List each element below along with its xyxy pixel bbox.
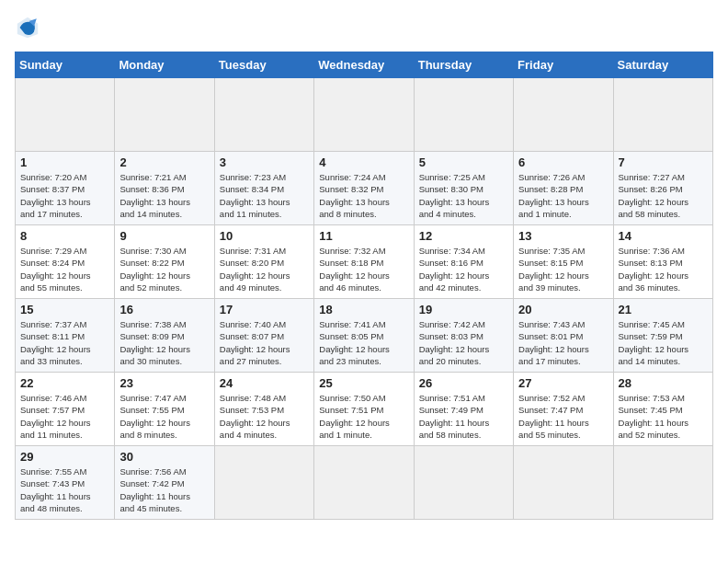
calendar-cell: 8Sunrise: 7:29 AM Sunset: 8:24 PM Daylig…: [16, 225, 115, 299]
day-info: Sunrise: 7:38 AM Sunset: 8:09 PM Dayligh…: [119, 318, 209, 367]
day-number: 15: [20, 303, 109, 316]
column-header-wednesday: Wednesday: [314, 52, 414, 78]
day-info: Sunrise: 7:27 AM Sunset: 8:26 PM Dayligh…: [619, 171, 708, 220]
calendar-cell: [314, 78, 414, 152]
calendar-cell: [314, 446, 414, 520]
calendar-cell: 7Sunrise: 7:27 AM Sunset: 8:26 PM Daylig…: [613, 152, 712, 225]
calendar-cell: 4Sunrise: 7:24 AM Sunset: 8:32 PM Daylig…: [314, 152, 414, 225]
day-number: 5: [419, 155, 508, 169]
calendar-cell: 3Sunrise: 7:23 AM Sunset: 8:34 PM Daylig…: [214, 152, 313, 225]
column-header-sunday: Sunday: [16, 52, 115, 78]
calendar-cell: [214, 446, 313, 520]
day-info: Sunrise: 7:50 AM Sunset: 7:51 PM Dayligh…: [319, 392, 408, 441]
day-info: Sunrise: 7:47 AM Sunset: 7:55 PM Dayligh…: [119, 392, 209, 441]
calendar-cell: 14Sunrise: 7:36 AM Sunset: 8:13 PM Dayli…: [613, 225, 712, 299]
calendar-cell: 16Sunrise: 7:38 AM Sunset: 8:09 PM Dayli…: [115, 299, 214, 373]
calendar-week-row: 22Sunrise: 7:46 AM Sunset: 7:57 PM Dayli…: [16, 373, 713, 446]
day-info: Sunrise: 7:21 AM Sunset: 8:36 PM Dayligh…: [119, 171, 209, 220]
calendar-cell: [414, 78, 513, 152]
day-number: 4: [319, 155, 408, 169]
calendar-table: SundayMondayTuesdayWednesdayThursdayFrid…: [15, 52, 713, 520]
day-info: Sunrise: 7:55 AM Sunset: 7:43 PM Dayligh…: [20, 465, 109, 514]
day-number: 23: [119, 376, 209, 390]
day-number: 24: [220, 376, 309, 390]
calendar-cell: 24Sunrise: 7:48 AM Sunset: 7:53 PM Dayli…: [214, 373, 313, 446]
day-info: Sunrise: 7:36 AM Sunset: 8:13 PM Dayligh…: [619, 245, 708, 293]
calendar-cell: [514, 446, 613, 520]
calendar-cell: [115, 78, 214, 152]
calendar-cell: 19Sunrise: 7:42 AM Sunset: 8:03 PM Dayli…: [414, 299, 513, 373]
day-number: 11: [319, 229, 408, 243]
day-number: 9: [119, 229, 209, 243]
calendar-cell: 30Sunrise: 7:56 AM Sunset: 7:42 PM Dayli…: [115, 446, 214, 520]
day-number: 12: [419, 229, 508, 243]
calendar-week-row: 1Sunrise: 7:20 AM Sunset: 8:37 PM Daylig…: [16, 152, 713, 225]
calendar-week-row: 15Sunrise: 7:37 AM Sunset: 8:11 PM Dayli…: [16, 299, 713, 373]
day-number: 1: [20, 155, 109, 169]
calendar-cell: 1Sunrise: 7:20 AM Sunset: 8:37 PM Daylig…: [16, 152, 115, 225]
day-number: 10: [220, 229, 309, 243]
calendar-cell: 17Sunrise: 7:40 AM Sunset: 8:07 PM Dayli…: [214, 299, 313, 373]
day-info: Sunrise: 7:24 AM Sunset: 8:32 PM Dayligh…: [319, 171, 408, 220]
day-info: Sunrise: 7:25 AM Sunset: 8:30 PM Dayligh…: [419, 171, 508, 220]
day-number: 18: [319, 303, 408, 316]
calendar-cell: 2Sunrise: 7:21 AM Sunset: 8:36 PM Daylig…: [115, 152, 214, 225]
calendar-cell: [613, 78, 712, 152]
calendar-cell: 22Sunrise: 7:46 AM Sunset: 7:57 PM Dayli…: [16, 373, 115, 446]
calendar-cell: 29Sunrise: 7:55 AM Sunset: 7:43 PM Dayli…: [16, 446, 115, 520]
column-header-saturday: Saturday: [613, 52, 712, 78]
page-header: [15, 15, 713, 40]
calendar-cell: 26Sunrise: 7:51 AM Sunset: 7:49 PM Dayli…: [414, 373, 513, 446]
day-number: 14: [619, 229, 708, 243]
day-info: Sunrise: 7:32 AM Sunset: 8:18 PM Dayligh…: [319, 245, 408, 293]
column-header-tuesday: Tuesday: [214, 52, 313, 78]
day-info: Sunrise: 7:30 AM Sunset: 8:22 PM Dayligh…: [119, 245, 209, 293]
calendar-cell: 23Sunrise: 7:47 AM Sunset: 7:55 PM Dayli…: [115, 373, 214, 446]
calendar-header-row: SundayMondayTuesdayWednesdayThursdayFrid…: [16, 52, 713, 78]
day-info: Sunrise: 7:37 AM Sunset: 8:11 PM Dayligh…: [20, 318, 109, 367]
calendar-cell: 28Sunrise: 7:53 AM Sunset: 7:45 PM Dayli…: [613, 373, 712, 446]
day-number: 6: [518, 155, 608, 169]
calendar-cell: 27Sunrise: 7:52 AM Sunset: 7:47 PM Dayli…: [514, 373, 613, 446]
calendar-cell: 18Sunrise: 7:41 AM Sunset: 8:05 PM Dayli…: [314, 299, 414, 373]
day-info: Sunrise: 7:43 AM Sunset: 8:01 PM Dayligh…: [518, 318, 608, 367]
day-info: Sunrise: 7:35 AM Sunset: 8:15 PM Dayligh…: [518, 245, 608, 293]
calendar-week-row: 8Sunrise: 7:29 AM Sunset: 8:24 PM Daylig…: [16, 225, 713, 299]
calendar-cell: [613, 446, 712, 520]
calendar-week-row: [16, 78, 713, 152]
day-number: 3: [220, 155, 309, 169]
day-info: Sunrise: 7:45 AM Sunset: 7:59 PM Dayligh…: [619, 318, 708, 367]
calendar-cell: 10Sunrise: 7:31 AM Sunset: 8:20 PM Dayli…: [214, 225, 313, 299]
day-info: Sunrise: 7:41 AM Sunset: 8:05 PM Dayligh…: [319, 318, 408, 367]
day-info: Sunrise: 7:29 AM Sunset: 8:24 PM Dayligh…: [20, 245, 109, 293]
day-info: Sunrise: 7:40 AM Sunset: 8:07 PM Dayligh…: [220, 318, 309, 367]
day-number: 8: [20, 229, 109, 243]
logo-icon: [15, 15, 40, 40]
calendar-cell: 13Sunrise: 7:35 AM Sunset: 8:15 PM Dayli…: [514, 225, 613, 299]
calendar-cell: 12Sunrise: 7:34 AM Sunset: 8:16 PM Dayli…: [414, 225, 513, 299]
day-info: Sunrise: 7:31 AM Sunset: 8:20 PM Dayligh…: [220, 245, 309, 293]
day-info: Sunrise: 7:51 AM Sunset: 7:49 PM Dayligh…: [419, 392, 508, 441]
day-number: 22: [20, 376, 109, 390]
day-number: 17: [220, 303, 309, 316]
day-number: 29: [20, 450, 109, 464]
day-number: 2: [119, 155, 209, 169]
calendar-week-row: 29Sunrise: 7:55 AM Sunset: 7:43 PM Dayli…: [16, 446, 713, 520]
day-number: 26: [419, 376, 508, 390]
column-header-monday: Monday: [115, 52, 214, 78]
day-number: 27: [518, 376, 608, 390]
calendar-cell: 25Sunrise: 7:50 AM Sunset: 7:51 PM Dayli…: [314, 373, 414, 446]
day-info: Sunrise: 7:20 AM Sunset: 8:37 PM Dayligh…: [20, 171, 109, 220]
day-info: Sunrise: 7:34 AM Sunset: 8:16 PM Dayligh…: [419, 245, 508, 293]
calendar-cell: [214, 78, 313, 152]
calendar-cell: 20Sunrise: 7:43 AM Sunset: 8:01 PM Dayli…: [514, 299, 613, 373]
calendar-cell: [414, 446, 513, 520]
day-info: Sunrise: 7:52 AM Sunset: 7:47 PM Dayligh…: [518, 392, 608, 441]
day-number: 13: [518, 229, 608, 243]
calendar-cell: 21Sunrise: 7:45 AM Sunset: 7:59 PM Dayli…: [613, 299, 712, 373]
calendar-cell: [16, 78, 115, 152]
calendar-cell: 9Sunrise: 7:30 AM Sunset: 8:22 PM Daylig…: [115, 225, 214, 299]
calendar-cell: 15Sunrise: 7:37 AM Sunset: 8:11 PM Dayli…: [16, 299, 115, 373]
column-header-friday: Friday: [514, 52, 613, 78]
day-number: 7: [619, 155, 708, 169]
